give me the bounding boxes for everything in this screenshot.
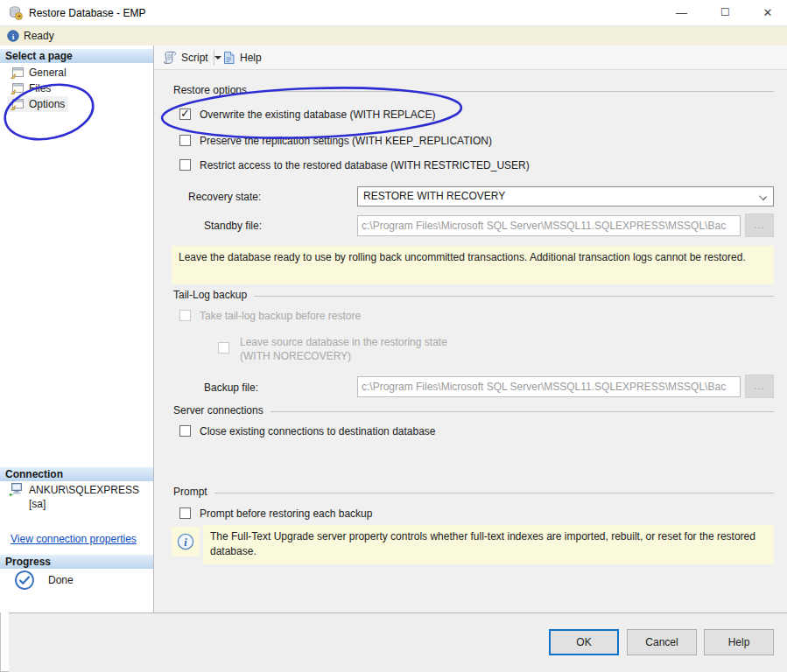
ok-button[interactable]: OK — [549, 629, 619, 655]
restore-database-icon — [9, 6, 23, 20]
script-button-label: Script — [181, 52, 208, 64]
checkbox-box[interactable] — [179, 508, 191, 519]
sidebar-item-label: Options — [29, 96, 65, 112]
server-connection-icon — [9, 483, 24, 496]
window-title: Restore Database - EMP — [29, 0, 145, 26]
prompt-before-restoring-checkbox[interactable]: Prompt before restoring each backup — [179, 508, 372, 521]
checkbox-label[interactable]: Preserve the replication settings (WITH … — [200, 135, 492, 148]
chevron-down-icon — [759, 192, 767, 200]
help-button[interactable]: Help — [219, 48, 265, 67]
group-title: Prompt — [173, 486, 207, 498]
standby-file-browse-button: ... — [745, 214, 774, 237]
group-title: Tail-Log backup — [173, 289, 247, 301]
cancel-button[interactable]: Cancel — [627, 629, 697, 655]
minimize-button[interactable]: — — [662, 0, 701, 25]
backup-file-input: c:\Program Files\Microsoft SQL Server\MS… — [357, 376, 741, 397]
checkbox-box[interactable] — [179, 159, 191, 171]
preserve-replication-settings-checkbox[interactable]: Preserve the replication settings (WITH … — [179, 135, 492, 148]
checkbox-label[interactable]: Prompt before restoring each backup — [200, 508, 372, 521]
page-icon — [11, 67, 24, 79]
sidebar-item-label: General — [29, 65, 67, 80]
overwrite-existing-database-checkbox[interactable]: ✓ Overwrite the existing database (WITH … — [179, 108, 435, 122]
checkbox-label[interactable]: Close existing connections to destinatio… — [200, 425, 436, 438]
recovery-state-value: RESTORE WITH RECOVERY — [363, 190, 505, 202]
progress-header: Progress — [0, 554, 153, 569]
recovery-state-dropdown[interactable]: RESTORE WITH RECOVERY — [357, 186, 774, 206]
leave-source-database-checkbox — [218, 342, 229, 354]
recovery-state-note: Leave the database ready to use by rolli… — [172, 246, 774, 284]
view-connection-properties-link[interactable]: View connection properties — [11, 533, 137, 545]
page-icon — [11, 99, 24, 110]
connection-user: [sa] — [29, 497, 139, 511]
restore-database-dialog: Restore Database - EMP — ☐ ✕ i Ready Sel… — [0, 0, 787, 672]
connection-header: Connection — [0, 466, 153, 481]
toolbar-separator — [214, 50, 214, 66]
connection-server: ANKUR\SQLEXPRESS — [29, 483, 139, 497]
take-tail-log-backup-checkbox: Take tail-log backup before restore — [179, 310, 361, 323]
server-connections-group-header: Server connections — [173, 404, 774, 416]
sidebar-item-files[interactable]: Files — [7, 80, 54, 96]
checkbox-box — [179, 310, 191, 321]
title-bar: Restore Database - EMP — ☐ ✕ — [0, 0, 787, 26]
help-button-label: Help — [240, 52, 262, 64]
check-icon: ✓ — [180, 107, 190, 120]
status-text: Ready — [24, 26, 54, 46]
checkbox-label[interactable]: Overwrite the existing database (WITH RE… — [200, 108, 435, 122]
leave-source-database-label: Leave source database in the restoring s… — [240, 335, 447, 363]
progress-status: Done — [48, 574, 74, 586]
sidebar-item-options[interactable]: Options — [7, 96, 68, 112]
info-icon: i — [177, 533, 194, 550]
checkbox-box[interactable]: ✓ — [179, 108, 191, 120]
tail-log-group-header: Tail-Log backup — [173, 289, 774, 301]
checkbox-box[interactable] — [179, 425, 191, 437]
done-check-icon — [14, 570, 35, 591]
sidebar-item-general[interactable]: General — [7, 65, 70, 80]
restrict-access-checkbox[interactable]: Restrict access to the restored database… — [179, 159, 530, 172]
prompt-group-header: Prompt — [173, 486, 774, 498]
full-text-upgrade-note: The Full-Text Upgrade server property co… — [203, 525, 774, 564]
status-strip: i Ready — [0, 26, 787, 46]
page-icon — [11, 83, 24, 94]
script-button[interactable]: Script — [159, 48, 225, 67]
bottom-bar: OK Cancel Help — [9, 612, 787, 672]
close-button[interactable]: ✕ — [748, 0, 787, 25]
info-icon: i — [7, 30, 19, 42]
checkbox-label[interactable]: Restrict access to the restored database… — [200, 159, 530, 172]
close-existing-connections-checkbox[interactable]: Close existing connections to destinatio… — [179, 425, 436, 438]
info-icon-tile: i — [172, 527, 200, 556]
help-dialog-button[interactable]: Help — [704, 629, 774, 655]
maximize-button[interactable]: ☐ — [706, 0, 745, 25]
script-icon — [163, 51, 177, 65]
backup-file-label: Backup file: — [204, 382, 258, 394]
help-doc-icon — [222, 51, 235, 65]
checkbox-box[interactable] — [179, 135, 191, 146]
connection-entry: ANKUR\SQLEXPRESS [sa] — [9, 483, 139, 511]
recovery-state-label: Recovery state: — [188, 191, 261, 203]
checkbox-label: Take tail-log backup before restore — [200, 310, 361, 323]
restore-options-group-header: Restore options — [173, 84, 774, 96]
standby-file-label: Standby file: — [204, 220, 262, 232]
backup-file-browse-button: ... — [745, 374, 774, 398]
group-title: Server connections — [173, 404, 264, 416]
select-a-page-header: Select a page — [0, 48, 153, 63]
group-title: Restore options — [173, 84, 247, 96]
sidebar — [0, 46, 154, 612]
sidebar-item-label: Files — [29, 80, 51, 96]
standby-file-input: c:\Program Files\Microsoft SQL Server\MS… — [357, 215, 741, 236]
